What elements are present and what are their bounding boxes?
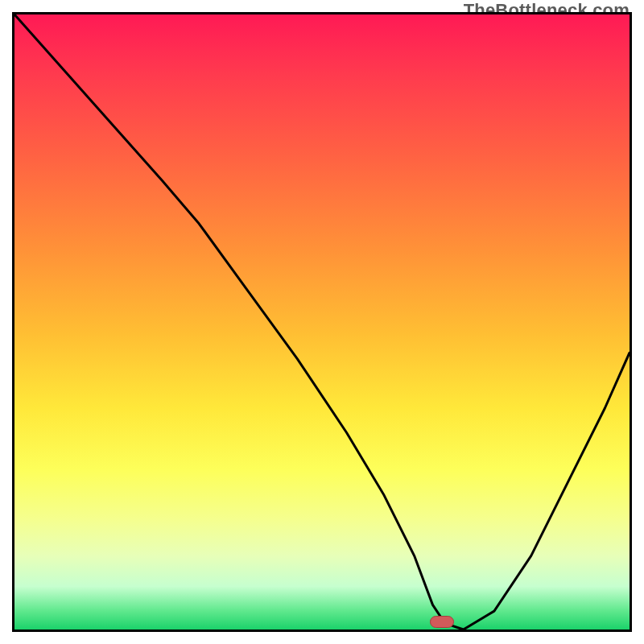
optimal-point-marker xyxy=(430,616,454,628)
chart-area xyxy=(12,12,632,632)
bottleneck-curve xyxy=(14,14,630,630)
